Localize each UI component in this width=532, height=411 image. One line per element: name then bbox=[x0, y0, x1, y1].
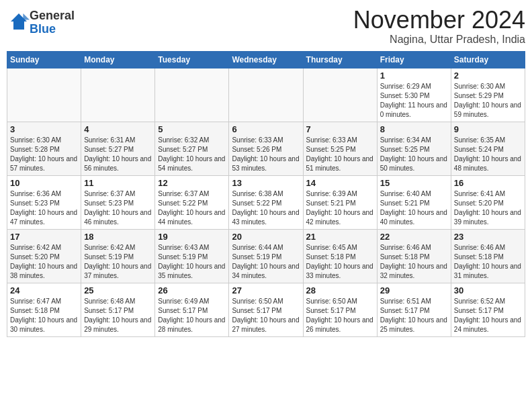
calendar-cell: 20Sunrise: 6:44 AM Sunset: 5:19 PM Dayli… bbox=[229, 229, 303, 283]
title-block: November 2024 Nagina, Uttar Pradesh, Ind… bbox=[353, 7, 525, 46]
day-info: Sunrise: 6:42 AM Sunset: 5:19 PM Dayligh… bbox=[84, 243, 152, 281]
day-info: Sunrise: 6:45 AM Sunset: 5:18 PM Dayligh… bbox=[306, 243, 374, 281]
calendar-week-row: 24Sunrise: 6:47 AM Sunset: 5:18 PM Dayli… bbox=[7, 283, 525, 336]
day-number: 15 bbox=[380, 178, 448, 188]
day-number: 17 bbox=[10, 232, 78, 242]
day-info: Sunrise: 6:30 AM Sunset: 5:29 PM Dayligh… bbox=[454, 82, 522, 120]
day-number: 3 bbox=[10, 124, 78, 134]
calendar-cell: 4Sunrise: 6:31 AM Sunset: 5:27 PM Daylig… bbox=[81, 122, 155, 175]
day-info: Sunrise: 6:43 AM Sunset: 5:19 PM Dayligh… bbox=[158, 243, 226, 281]
calendar-cell: 21Sunrise: 6:45 AM Sunset: 5:18 PM Dayli… bbox=[303, 229, 377, 283]
day-number: 23 bbox=[454, 232, 522, 242]
calendar-cell: 26Sunrise: 6:49 AM Sunset: 5:17 PM Dayli… bbox=[155, 283, 229, 336]
calendar-cell: 18Sunrise: 6:42 AM Sunset: 5:19 PM Dayli… bbox=[81, 229, 155, 283]
day-header-saturday: Saturday bbox=[451, 51, 525, 68]
calendar-cell: 5Sunrise: 6:32 AM Sunset: 5:27 PM Daylig… bbox=[155, 122, 229, 175]
day-number: 14 bbox=[306, 178, 374, 188]
day-info: Sunrise: 6:33 AM Sunset: 5:26 PM Dayligh… bbox=[232, 136, 300, 173]
calendar-header-row: SundayMondayTuesdayWednesdayThursdayFrid… bbox=[7, 51, 525, 68]
calendar-week-row: 1Sunrise: 6:29 AM Sunset: 5:30 PM Daylig… bbox=[7, 68, 525, 122]
calendar-cell: 9Sunrise: 6:35 AM Sunset: 5:24 PM Daylig… bbox=[451, 122, 525, 175]
month-title: November 2024 bbox=[353, 7, 525, 34]
day-number: 7 bbox=[306, 124, 374, 134]
day-number: 2 bbox=[454, 71, 522, 81]
logo-icon bbox=[8, 11, 30, 32]
calendar-cell bbox=[81, 68, 155, 122]
day-number: 27 bbox=[232, 285, 300, 295]
day-number: 22 bbox=[380, 232, 448, 242]
day-number: 21 bbox=[306, 232, 374, 242]
day-info: Sunrise: 6:30 AM Sunset: 5:28 PM Dayligh… bbox=[10, 136, 78, 173]
calendar-week-row: 17Sunrise: 6:42 AM Sunset: 5:20 PM Dayli… bbox=[7, 229, 525, 283]
day-number: 12 bbox=[158, 178, 226, 188]
day-number: 24 bbox=[10, 285, 78, 295]
day-info: Sunrise: 6:44 AM Sunset: 5:19 PM Dayligh… bbox=[232, 243, 300, 281]
calendar-cell: 15Sunrise: 6:40 AM Sunset: 5:21 PM Dayli… bbox=[377, 175, 451, 229]
day-info: Sunrise: 6:32 AM Sunset: 5:27 PM Dayligh… bbox=[158, 136, 226, 173]
calendar-cell: 6Sunrise: 6:33 AM Sunset: 5:26 PM Daylig… bbox=[229, 122, 303, 175]
day-number: 1 bbox=[380, 71, 448, 81]
day-info: Sunrise: 6:51 AM Sunset: 5:17 PM Dayligh… bbox=[380, 297, 448, 334]
day-header-friday: Friday bbox=[377, 51, 451, 68]
day-info: Sunrise: 6:50 AM Sunset: 5:17 PM Dayligh… bbox=[306, 297, 374, 334]
day-number: 26 bbox=[158, 285, 226, 295]
logo-blue-text: Blue bbox=[30, 22, 56, 36]
day-info: Sunrise: 6:50 AM Sunset: 5:17 PM Dayligh… bbox=[232, 297, 300, 334]
day-info: Sunrise: 6:39 AM Sunset: 5:21 PM Dayligh… bbox=[306, 189, 374, 227]
calendar-cell: 12Sunrise: 6:37 AM Sunset: 5:22 PM Dayli… bbox=[155, 175, 229, 229]
calendar-cell: 14Sunrise: 6:39 AM Sunset: 5:21 PM Dayli… bbox=[303, 175, 377, 229]
day-info: Sunrise: 6:35 AM Sunset: 5:24 PM Dayligh… bbox=[454, 136, 522, 173]
day-number: 10 bbox=[10, 178, 78, 188]
day-info: Sunrise: 6:37 AM Sunset: 5:23 PM Dayligh… bbox=[84, 189, 152, 227]
day-info: Sunrise: 6:40 AM Sunset: 5:21 PM Dayligh… bbox=[380, 189, 448, 227]
day-info: Sunrise: 6:37 AM Sunset: 5:22 PM Dayligh… bbox=[158, 189, 226, 227]
day-info: Sunrise: 6:34 AM Sunset: 5:25 PM Dayligh… bbox=[380, 136, 448, 173]
svg-marker-1 bbox=[23, 13, 30, 20]
calendar-cell bbox=[229, 68, 303, 122]
calendar-cell: 29Sunrise: 6:51 AM Sunset: 5:17 PM Dayli… bbox=[377, 283, 451, 336]
day-info: Sunrise: 6:48 AM Sunset: 5:17 PM Dayligh… bbox=[84, 297, 152, 334]
logo: General Blue bbox=[7, 9, 75, 36]
calendar-cell: 7Sunrise: 6:33 AM Sunset: 5:25 PM Daylig… bbox=[303, 122, 377, 175]
day-header-thursday: Thursday bbox=[303, 51, 377, 68]
calendar-table: SundayMondayTuesdayWednesdayThursdayFrid… bbox=[7, 51, 525, 337]
calendar-cell: 13Sunrise: 6:38 AM Sunset: 5:22 PM Dayli… bbox=[229, 175, 303, 229]
calendar-cell: 2Sunrise: 6:30 AM Sunset: 5:29 PM Daylig… bbox=[451, 68, 525, 122]
calendar-cell: 10Sunrise: 6:36 AM Sunset: 5:23 PM Dayli… bbox=[7, 175, 81, 229]
day-number: 5 bbox=[158, 124, 226, 134]
day-header-tuesday: Tuesday bbox=[155, 51, 229, 68]
day-info: Sunrise: 6:31 AM Sunset: 5:27 PM Dayligh… bbox=[84, 136, 152, 173]
day-number: 16 bbox=[454, 178, 522, 188]
calendar-week-row: 10Sunrise: 6:36 AM Sunset: 5:23 PM Dayli… bbox=[7, 175, 525, 229]
day-number: 25 bbox=[84, 285, 152, 295]
day-info: Sunrise: 6:41 AM Sunset: 5:20 PM Dayligh… bbox=[454, 189, 522, 227]
day-info: Sunrise: 6:29 AM Sunset: 5:30 PM Dayligh… bbox=[380, 82, 448, 120]
day-number: 11 bbox=[84, 178, 152, 188]
day-header-sunday: Sunday bbox=[7, 51, 81, 68]
day-number: 20 bbox=[232, 232, 300, 242]
calendar-cell: 3Sunrise: 6:30 AM Sunset: 5:28 PM Daylig… bbox=[7, 122, 81, 175]
day-number: 28 bbox=[306, 285, 374, 295]
day-header-monday: Monday bbox=[81, 51, 155, 68]
calendar-cell bbox=[155, 68, 229, 122]
day-info: Sunrise: 6:38 AM Sunset: 5:22 PM Dayligh… bbox=[232, 189, 300, 227]
day-number: 4 bbox=[84, 124, 152, 134]
calendar-cell: 25Sunrise: 6:48 AM Sunset: 5:17 PM Dayli… bbox=[81, 283, 155, 336]
day-info: Sunrise: 6:33 AM Sunset: 5:25 PM Dayligh… bbox=[306, 136, 374, 173]
calendar-week-row: 3Sunrise: 6:30 AM Sunset: 5:28 PM Daylig… bbox=[7, 122, 525, 175]
location-subtitle: Nagina, Uttar Pradesh, India bbox=[353, 34, 525, 46]
calendar-cell bbox=[303, 68, 377, 122]
calendar-cell bbox=[7, 68, 81, 122]
day-number: 18 bbox=[84, 232, 152, 242]
day-number: 6 bbox=[232, 124, 300, 134]
day-info: Sunrise: 6:46 AM Sunset: 5:18 PM Dayligh… bbox=[380, 243, 448, 281]
day-header-wednesday: Wednesday bbox=[229, 51, 303, 68]
page-header: General Blue November 2024 Nagina, Uttar… bbox=[7, 7, 525, 46]
calendar-cell: 27Sunrise: 6:50 AM Sunset: 5:17 PM Dayli… bbox=[229, 283, 303, 336]
calendar-cell: 22Sunrise: 6:46 AM Sunset: 5:18 PM Dayli… bbox=[377, 229, 451, 283]
calendar-cell: 28Sunrise: 6:50 AM Sunset: 5:17 PM Dayli… bbox=[303, 283, 377, 336]
day-info: Sunrise: 6:52 AM Sunset: 5:17 PM Dayligh… bbox=[454, 297, 522, 334]
calendar-cell: 1Sunrise: 6:29 AM Sunset: 5:30 PM Daylig… bbox=[377, 68, 451, 122]
logo-general-text: General bbox=[30, 9, 75, 22]
day-info: Sunrise: 6:42 AM Sunset: 5:20 PM Dayligh… bbox=[10, 243, 78, 281]
